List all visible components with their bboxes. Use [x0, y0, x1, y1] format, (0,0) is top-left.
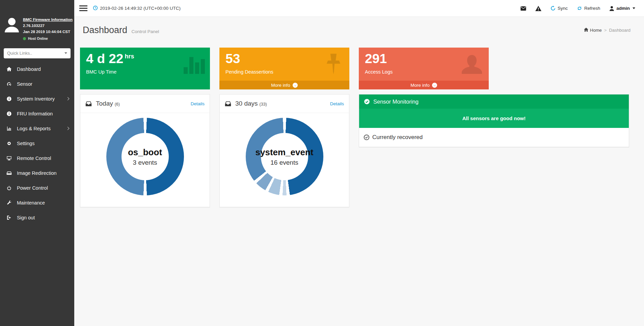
panel-count: (6)	[115, 102, 120, 107]
arrow-right-icon: →	[293, 83, 298, 88]
sidebar-item-power-control[interactable]: Power Control	[0, 181, 74, 195]
breadcrumb-current: Dashboard	[609, 28, 630, 33]
datetime-text: 2019-02-26 14:49:32 (UTC+00:00 UTC)	[100, 6, 181, 11]
envelope-icon	[520, 6, 526, 11]
sidebar-item-remote-control[interactable]: Remote Control	[0, 151, 74, 166]
refresh-label: Refresh	[584, 6, 600, 11]
panel-title: Today	[96, 100, 113, 107]
sidebar-item-system-inventory[interactable]: System Inventory	[0, 91, 74, 106]
pending-deassertions-card: 53 Pending Deassertions More info →	[219, 48, 349, 89]
more-info-link[interactable]: More info →	[219, 81, 349, 89]
panel-count: (33)	[260, 102, 267, 107]
gear-icon	[6, 141, 12, 146]
refresh-button[interactable]: Refresh	[577, 6, 600, 11]
bar-chart-watermark-icon	[184, 53, 206, 75]
sensor-status-row: Currently recovered	[359, 128, 629, 147]
sidebar-menu: Dashboard Sensor System Inventory FRU In…	[0, 62, 74, 225]
more-info-label: More info	[271, 83, 290, 88]
chevron-right-icon	[66, 97, 70, 101]
sidebar-item-label: Dashboard	[17, 66, 41, 72]
access-logs-card: 291 Access Logs More info →	[359, 48, 489, 89]
bar-chart-icon	[6, 126, 12, 131]
clock-icon	[93, 5, 98, 11]
panel-title: 30 days	[235, 100, 258, 107]
quick-links-placeholder: Quick Links..	[7, 51, 32, 56]
details-link[interactable]: Details	[330, 101, 344, 106]
host-online-dot	[23, 37, 26, 40]
topbar: 2019-02-26 14:49:32 (UTC+00:00 UTC) Sync…	[74, 0, 644, 17]
home-icon	[6, 66, 12, 72]
monitor-icon	[6, 156, 12, 161]
drive-icon	[6, 170, 12, 176]
donut-center-sub: 16 events	[270, 159, 298, 166]
bmc-firmware-info-link[interactable]: BMC Firmware Information	[23, 17, 73, 23]
info-circle-icon	[6, 111, 12, 116]
sidebar: BMC Firmware Information 2.76.103227 Jan…	[0, 0, 74, 326]
pin-watermark-icon	[322, 53, 345, 81]
firmware-version: 2.76.103227	[23, 23, 73, 29]
sensor-panel-title: Sensor Monitoring	[373, 99, 419, 105]
wrench-icon	[6, 200, 12, 206]
sidebar-item-logs-reports[interactable]: Logs & Reports	[0, 121, 74, 136]
inbox-icon	[85, 101, 92, 107]
profile-block: BMC Firmware Information 2.76.103227 Jan…	[0, 0, 74, 44]
breadcrumb-separator: >	[604, 28, 607, 33]
arrow-right-icon: →	[432, 83, 437, 88]
user-watermark-icon	[459, 53, 485, 80]
sidebar-item-dashboard[interactable]: Dashboard	[0, 62, 74, 77]
month-donut-chart: system_event 16 events	[246, 118, 323, 195]
more-info-label: More info	[410, 83, 429, 88]
username: admin	[616, 6, 630, 11]
host-status: Host Online	[28, 36, 48, 41]
sidebar-item-image-redirection[interactable]: Image Redirection	[0, 166, 74, 181]
donut-center-label: os_boot	[128, 147, 162, 158]
sidebar-item-settings[interactable]: Settings	[0, 136, 74, 151]
breadcrumb-home-link[interactable]: Home	[584, 28, 602, 33]
more-info-link[interactable]: More info →	[359, 81, 489, 89]
sign-out-icon	[6, 215, 12, 220]
today-donut-chart: os_boot 3 events	[106, 118, 184, 195]
sidebar-item-label: Sign out	[17, 215, 35, 220]
sidebar-item-maintenance[interactable]: Maintenance	[0, 195, 74, 210]
page-title: Dashboard	[83, 25, 127, 35]
home-icon	[584, 28, 588, 33]
page-subtitle: Control Panel	[132, 29, 159, 34]
donut-center-label: system_event	[256, 147, 314, 158]
check-circle-outline-icon	[364, 134, 370, 140]
refresh-icon	[577, 6, 582, 11]
sidebar-item-label: Image Redirection	[17, 170, 57, 176]
sensor-status-text: Currently recovered	[372, 134, 423, 141]
sidebar-item-label: Sensor	[17, 81, 32, 87]
sidebar-item-label: FRU Information	[17, 111, 53, 116]
sidebar-item-sensor[interactable]: Sensor	[0, 77, 74, 91]
sync-label: Sync	[558, 6, 568, 11]
bmc-uptime-card: 4 d 22hrs BMC Up Time	[80, 48, 210, 89]
sidebar-item-label: Remote Control	[17, 156, 51, 161]
sidebar-toggle-button[interactable]	[79, 4, 87, 12]
alerts-button[interactable]	[535, 6, 541, 11]
breadcrumb: Home > Dashboard	[584, 28, 630, 33]
sidebar-item-label: Maintenance	[17, 200, 45, 206]
user-menu-button[interactable]: admin	[609, 6, 635, 11]
check-circle-icon	[364, 99, 370, 105]
sync-button[interactable]: Sync	[551, 6, 568, 11]
chevron-right-icon	[66, 127, 70, 130]
gauge-icon	[6, 81, 12, 87]
sidebar-item-label: System Inventory	[17, 96, 55, 102]
warning-triangle-icon	[535, 6, 541, 11]
inbox-icon	[225, 101, 231, 107]
sync-icon	[551, 6, 556, 11]
sidebar-item-label: Power Control	[17, 185, 48, 191]
details-link[interactable]: Details	[191, 101, 205, 106]
user-icon	[609, 6, 614, 11]
user-avatar-icon	[4, 17, 20, 42]
sidebar-item-fru-information[interactable]: FRU Information	[0, 106, 74, 121]
power-icon	[6, 185, 12, 191]
sensor-monitoring-panel: Sensor Monitoring All sensors are good n…	[359, 94, 629, 147]
sidebar-item-sign-out[interactable]: Sign out	[0, 210, 74, 225]
sidebar-item-label: Settings	[17, 141, 34, 146]
messages-button[interactable]	[520, 6, 526, 11]
firmware-date: Jan 28 2019 10:44:04 CST	[23, 29, 73, 35]
card-unit: hrs	[125, 53, 134, 60]
quick-links-select[interactable]: Quick Links..	[4, 48, 71, 58]
